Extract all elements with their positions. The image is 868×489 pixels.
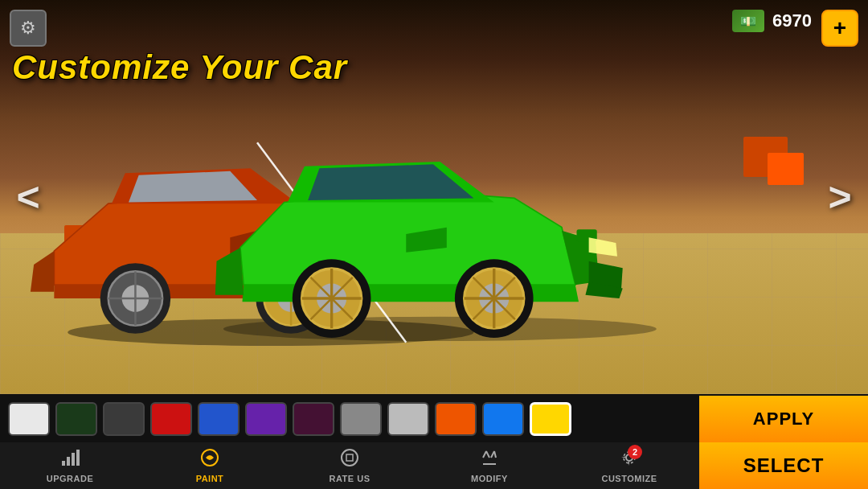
color-swatch-red[interactable]	[150, 402, 192, 436]
svg-line-35	[483, 451, 486, 458]
svg-rect-30	[67, 457, 70, 466]
paint-icon	[200, 448, 219, 472]
svg-rect-29	[62, 461, 65, 466]
nav-bar: UPGRADEPAINTRATE USMODIFY2CUSTOMIZE	[0, 442, 699, 489]
paint-label: PAINT	[196, 474, 224, 483]
select-label: SELECT	[743, 454, 825, 477]
money-icon: 💵	[732, 10, 764, 32]
svg-line-36	[486, 451, 489, 458]
floor	[0, 233, 868, 394]
color-swatch-dark-gray[interactable]	[103, 402, 145, 436]
modify-icon	[480, 448, 499, 472]
currency-value: 6970	[772, 10, 812, 31]
color-swatch-orange[interactable]	[435, 402, 477, 436]
svg-rect-31	[72, 453, 75, 466]
color-swatch-blue[interactable]	[198, 402, 240, 436]
rate-us-label: RATE US	[330, 474, 371, 483]
color-swatch-medium-gray[interactable]	[340, 402, 382, 436]
box-prop-2	[80, 241, 121, 269]
gear-icon: ⚙	[20, 18, 36, 39]
page-title: Customize Your Car	[12, 48, 347, 87]
color-swatch-dark-purple[interactable]	[293, 402, 334, 436]
nav-item-rate-us[interactable]: RATE US	[280, 442, 420, 489]
nav-item-modify[interactable]: MODIFY	[420, 442, 559, 489]
game-area: ⚙ 💵 6970 + Customize Your Car < >	[0, 0, 868, 394]
color-swatch-light-gray[interactable]	[387, 402, 429, 436]
color-swatch-purple[interactable]	[245, 402, 287, 436]
color-swatch-dark-green[interactable]	[55, 402, 97, 436]
color-swatch-white[interactable]	[8, 402, 50, 436]
prev-car-button[interactable]: <	[8, 169, 48, 225]
nav-item-paint[interactable]: PAINT	[140, 442, 280, 489]
color-palette	[0, 396, 699, 442]
upgrade-icon	[60, 448, 80, 472]
svg-line-38	[494, 451, 496, 458]
upgrade-label: UPGRADE	[47, 474, 94, 483]
rate-us-icon	[340, 448, 359, 472]
apply-button[interactable]: APPLY	[699, 396, 868, 442]
bottom-panel: APPLY UPGRADEPAINTRATE USMODIFY2CUSTOMIZ…	[0, 394, 868, 489]
svg-point-34	[342, 450, 358, 466]
customize-label: CUSTOMIZE	[601, 474, 657, 483]
color-swatch-yellow[interactable]	[530, 402, 571, 436]
add-currency-button[interactable]: +	[821, 10, 858, 47]
box-prop-4	[768, 153, 804, 185]
right-arrow-icon: >	[828, 174, 851, 220]
plus-icon: +	[833, 15, 846, 41]
currency-area: 💵 6970	[732, 10, 812, 32]
apply-label: APPLY	[753, 409, 814, 429]
nav-item-upgrade[interactable]: UPGRADE	[0, 442, 140, 489]
svg-rect-32	[76, 450, 80, 466]
left-arrow-icon: <	[16, 174, 39, 220]
settings-button[interactable]: ⚙	[10, 10, 47, 47]
next-car-button[interactable]: >	[820, 169, 860, 225]
customize-icon: 2	[620, 448, 639, 472]
customize-badge: 2	[628, 445, 642, 459]
modify-label: MODIFY	[471, 474, 508, 483]
select-button[interactable]: SELECT	[699, 442, 868, 489]
nav-item-customize[interactable]: 2CUSTOMIZE	[559, 442, 699, 489]
color-swatch-bright-blue[interactable]	[482, 402, 524, 436]
